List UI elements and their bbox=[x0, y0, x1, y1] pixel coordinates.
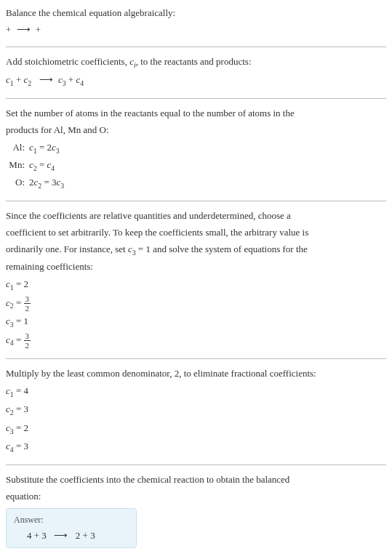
mid: = 1 and solve the system of equations fo… bbox=[136, 244, 308, 254]
answer-label: Answer: bbox=[14, 515, 129, 526]
choose-eq3: c3 = 1 bbox=[6, 313, 386, 331]
eq: = bbox=[14, 297, 24, 307]
v: = 2 bbox=[14, 422, 28, 433]
multiply-section: Multiply by the least common denominator… bbox=[6, 366, 386, 455]
choose-eq4: c4 = 32 bbox=[6, 331, 386, 350]
multiply-eq1: c1 = 4 bbox=[6, 383, 386, 401]
choose-eq1: c1 = 2 bbox=[6, 276, 386, 294]
s4: 4 bbox=[80, 79, 84, 87]
v: = 3 bbox=[14, 403, 28, 414]
substitute-line2: equation: bbox=[6, 489, 386, 504]
v3: 2 bbox=[73, 530, 83, 541]
numerator: 3 bbox=[24, 294, 31, 304]
atoms-section: Set the number of atoms in the reactants… bbox=[6, 106, 386, 192]
intro-section: Balance the chemical equation algebraica… bbox=[6, 6, 386, 38]
arrow-icon: ⟶ bbox=[39, 72, 53, 88]
v: = 2 bbox=[14, 278, 28, 289]
pre: ordinarily one. For instance, set bbox=[6, 244, 128, 254]
multiply-eq2: c2 = 3 bbox=[6, 401, 386, 419]
divider bbox=[6, 358, 386, 359]
v: = 1 bbox=[14, 315, 28, 326]
atom-eq: 2c2 = 3c3 bbox=[29, 174, 386, 192]
fraction: 32 bbox=[24, 331, 31, 350]
intro-equation: + ⟶ + bbox=[6, 23, 386, 38]
substitute-line1: Substitute the coefficients into the che… bbox=[6, 472, 386, 488]
choose-line4: remaining coefficients: bbox=[6, 260, 386, 275]
rs: 3 bbox=[56, 146, 60, 154]
v: = 4 bbox=[14, 385, 28, 396]
intro-post: + bbox=[33, 24, 41, 35]
plus1: + bbox=[14, 74, 24, 85]
rs: 3 bbox=[60, 181, 64, 189]
choose-eq2: c2 = 32 bbox=[6, 294, 386, 313]
substitute-section: Substitute the coefficients into the che… bbox=[6, 472, 386, 549]
atoms-line2: products for Al, Mn and O: bbox=[6, 123, 386, 138]
atom-label: Al: bbox=[6, 140, 29, 157]
v1: 4 bbox=[27, 530, 34, 541]
arrow-icon: ⟶ bbox=[54, 530, 68, 542]
multiply-eq4: c4 = 3 bbox=[6, 438, 386, 456]
atoms-table: Al: c1 = 2c3 Mn: c2 = c4 O: 2c2 = 3c3 bbox=[6, 140, 386, 192]
divider bbox=[6, 201, 386, 201]
divider bbox=[6, 464, 386, 465]
s2: 2 bbox=[28, 79, 31, 87]
eq: = 3 bbox=[41, 177, 56, 188]
choose-line3: ordinarily one. For instance, set c3 = 1… bbox=[6, 242, 386, 258]
eq: = 2 bbox=[37, 142, 52, 153]
numerator: 3 bbox=[24, 331, 31, 341]
stoich-line1: Add stoichiometric coefficients, ci, to … bbox=[6, 55, 386, 71]
atom-eq: c2 = c4 bbox=[29, 157, 386, 174]
v: = 3 bbox=[14, 441, 28, 451]
atom-label: O: bbox=[6, 174, 29, 192]
multiply-eq3: c3 = 2 bbox=[6, 420, 386, 438]
plus2: + bbox=[66, 74, 76, 85]
stoich-pre: Add stoichiometric coefficients, bbox=[6, 56, 129, 67]
arrow-icon: ⟶ bbox=[17, 23, 31, 38]
atom-row-al: Al: c1 = 2c3 bbox=[6, 140, 386, 157]
atoms-line1: Set the number of atoms in the reactants… bbox=[6, 106, 386, 121]
plus1: + 3 bbox=[34, 530, 49, 541]
eq: = bbox=[14, 334, 24, 345]
answer-box: Answer: 4 + 3 ⟶ 2 + 3 bbox=[6, 508, 137, 548]
atom-row-mn: Mn: c2 = c4 bbox=[6, 157, 386, 174]
atom-row-o: O: 2c2 = 3c3 bbox=[6, 174, 386, 192]
multiply-line1: Multiply by the least common denominator… bbox=[6, 366, 386, 382]
eq: = bbox=[37, 159, 47, 170]
atom-label: Mn: bbox=[6, 157, 29, 174]
choose-line1: Since the coefficients are relative quan… bbox=[6, 209, 386, 224]
plus2: + 3 bbox=[83, 530, 95, 541]
atom-eq: c1 = 2c3 bbox=[29, 140, 386, 157]
answer-content: 4 + 3 ⟶ 2 + 3 bbox=[14, 530, 129, 542]
denominator: 2 bbox=[24, 341, 31, 350]
divider bbox=[6, 47, 386, 47]
choose-section: Since the coefficients are relative quan… bbox=[6, 209, 386, 350]
divider bbox=[6, 98, 386, 99]
denominator: 2 bbox=[24, 304, 31, 313]
choose-line2: coefficient to set arbitrarily. To keep … bbox=[6, 225, 386, 241]
intro-pre: + bbox=[6, 24, 14, 35]
intro-line1: Balance the chemical equation algebraica… bbox=[6, 6, 386, 21]
stoich-equation: c1 + c2 ⟶ c3 + c4 bbox=[6, 72, 386, 89]
fraction: 32 bbox=[24, 294, 31, 313]
stoich-post: , to the reactants and products: bbox=[136, 56, 252, 67]
rs: 4 bbox=[51, 164, 55, 172]
stoich-section: Add stoichiometric coefficients, ci, to … bbox=[6, 55, 386, 89]
